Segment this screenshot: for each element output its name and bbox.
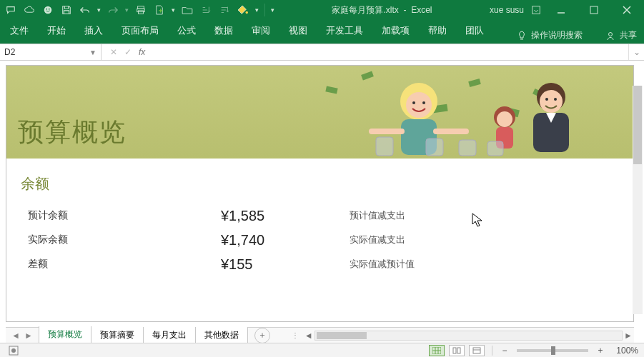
zoom-level[interactable]: 100%: [610, 346, 638, 356]
filename-label: 家庭每月预算.xltx: [332, 5, 398, 15]
family-illustration: [319, 66, 619, 159]
chat-icon[interactable]: [4, 4, 17, 16]
svg-point-38: [11, 348, 16, 353]
view-pagebreak-button[interactable]: [469, 345, 485, 356]
view-normal-button[interactable]: [429, 345, 445, 356]
tab-developer[interactable]: 开发工具: [323, 21, 366, 41]
new-dropdown-icon[interactable]: ▾: [172, 6, 175, 14]
svg-rect-7: [532, 6, 540, 14]
worksheet-view[interactable]: 预算概览: [6, 65, 634, 322]
svg-point-1: [46, 9, 47, 10]
tab-help[interactable]: 帮助: [425, 21, 450, 41]
svg-point-30: [545, 98, 548, 101]
open-file-icon[interactable]: [181, 4, 194, 16]
name-box[interactable]: ▼: [0, 44, 101, 60]
row-label: 实际余额: [21, 233, 221, 246]
svg-rect-36: [487, 141, 503, 156]
fill-dropdown-icon[interactable]: ▾: [255, 6, 259, 14]
tab-split-handle[interactable]: ⋮: [292, 331, 299, 339]
tab-review[interactable]: 审阅: [249, 21, 273, 41]
sheet-tab-strip: ◄ ► 预算概览 预算摘要 每月支出 其他数据 ＋ ⋮ ◄ ►: [6, 327, 634, 343]
section-heading: 余额: [21, 174, 619, 193]
expand-formula-bar-icon[interactable]: ⌄: [628, 44, 644, 60]
qat-customize-icon[interactable]: ▾: [271, 6, 274, 14]
name-box-dropdown-icon[interactable]: ▼: [89, 49, 96, 56]
formula-input[interactable]: [164, 44, 624, 60]
zoom-slider[interactable]: [517, 349, 588, 352]
row-label: 预计余额: [21, 209, 221, 222]
smile-icon[interactable]: [41, 4, 54, 16]
cancel-edit-icon[interactable]: ✕: [110, 47, 117, 57]
status-bar: − + 100%: [0, 343, 644, 357]
header-banner: 预算概览: [6, 66, 633, 159]
minimize-button[interactable]: [548, 0, 574, 20]
row-value: ¥1,740: [221, 232, 350, 248]
undo-icon[interactable]: [79, 4, 91, 16]
balance-section: 余额 预计余额 ¥1,585 预计值减支出 实际余额 ¥1,740 实际值减支出…: [6, 159, 633, 283]
new-file-icon[interactable]: [153, 4, 166, 16]
row-label: 差额: [21, 258, 221, 271]
cloud-icon[interactable]: [23, 4, 36, 16]
tab-file[interactable]: 文件: [7, 21, 31, 41]
sheet-tab-other[interactable]: 其他数据: [195, 327, 248, 344]
paint-bucket-icon[interactable]: [237, 4, 249, 16]
app-label: Excel: [411, 5, 432, 15]
sheet-nav-prev-icon[interactable]: ◄: [11, 331, 20, 341]
tab-team[interactable]: 团队: [462, 21, 487, 41]
confirm-edit-icon[interactable]: ✓: [124, 47, 132, 57]
tab-addins[interactable]: 加载项: [379, 21, 412, 41]
tab-data[interactable]: 数据: [212, 21, 236, 41]
tab-formulas[interactable]: 公式: [174, 21, 199, 41]
formula-input-wrap: [159, 44, 628, 60]
page-title: 预算概览: [18, 115, 127, 150]
svg-point-6: [246, 11, 249, 14]
sheet-tab-overview[interactable]: 预算概览: [39, 326, 91, 344]
window-title: 家庭每月预算.xltx - Excel: [279, 4, 485, 16]
horizontal-scrollbar[interactable]: ⋮ ◄ ►: [292, 330, 634, 341]
save-icon[interactable]: [60, 4, 73, 16]
hscroll-right-icon[interactable]: ►: [623, 330, 634, 341]
zoom-slider-knob[interactable]: [551, 346, 555, 355]
svg-rect-43: [453, 348, 456, 353]
svg-point-26: [497, 111, 512, 127]
name-box-input[interactable]: [4, 47, 83, 57]
tab-pagelayout[interactable]: 页面布局: [119, 21, 162, 41]
sheet-tab-summary[interactable]: 预算摘要: [91, 327, 144, 344]
zoom-out-button[interactable]: −: [500, 346, 510, 356]
hscroll-thumb[interactable]: [317, 332, 367, 339]
quick-print-icon[interactable]: [134, 4, 147, 16]
sort-asc-icon[interactable]: [199, 4, 212, 16]
maximize-button[interactable]: [581, 0, 607, 20]
row-desc: 实际值减预计值: [350, 258, 415, 271]
redo-icon[interactable]: [106, 4, 119, 16]
share-label: 共享: [620, 29, 637, 41]
fx-icon[interactable]: fx: [139, 47, 151, 57]
vertical-scrollbar[interactable]: [633, 86, 643, 314]
tell-me-search[interactable]: 操作说明搜索: [517, 29, 583, 41]
sheet-tab-expenses[interactable]: 每月支出: [143, 327, 196, 344]
scrollbar-thumb[interactable]: [633, 86, 642, 164]
tab-insert[interactable]: 插入: [81, 21, 106, 41]
ribbon-options-icon[interactable]: [531, 5, 541, 15]
svg-point-21: [422, 101, 425, 104]
svg-rect-44: [457, 348, 460, 353]
close-button[interactable]: [614, 0, 640, 20]
share-button[interactable]: 共享: [605, 29, 637, 41]
view-pagelayout-button[interactable]: [449, 345, 465, 356]
redo-dropdown-icon[interactable]: ▾: [125, 6, 129, 14]
add-sheet-button[interactable]: ＋: [254, 328, 270, 343]
svg-point-19: [406, 92, 432, 118]
tab-view[interactable]: 视图: [286, 21, 310, 41]
svg-point-31: [554, 98, 557, 101]
sheet-nav-next-icon[interactable]: ►: [24, 331, 33, 341]
tab-home[interactable]: 开始: [44, 21, 69, 41]
svg-point-0: [44, 6, 52, 14]
macro-record-icon[interactable]: [9, 346, 19, 356]
user-name[interactable]: xue susu: [490, 5, 524, 15]
zoom-in-button[interactable]: +: [595, 346, 605, 356]
svg-rect-12: [361, 71, 374, 81]
hscroll-left-icon[interactable]: ◄: [303, 330, 314, 341]
sort-desc-icon[interactable]: [218, 4, 231, 16]
undo-dropdown-icon[interactable]: ▾: [97, 6, 101, 14]
share-icon: [605, 31, 615, 41]
